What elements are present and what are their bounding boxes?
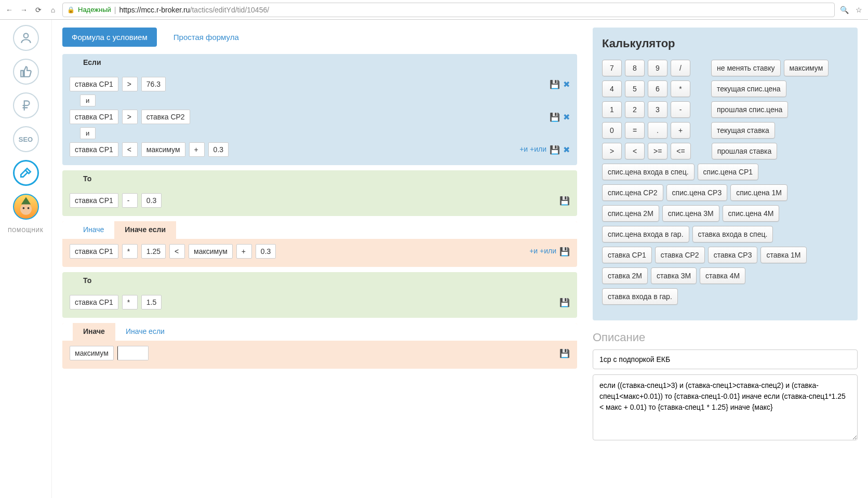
calc-var-button[interactable]: прошлая ставка [712,143,778,159]
calc-var-button[interactable]: спис.цена 1М [730,184,787,201]
back-icon[interactable]: ← [4,5,15,15]
calc-var-button[interactable]: ставка СР2 [655,247,705,263]
field-operator[interactable]: > [122,77,138,91]
calc-var-button[interactable]: спис.цена 3М [662,205,719,222]
save-icon[interactable]: 💾 [559,298,570,307]
elseif-tab[interactable]: Иначе если [115,323,175,341]
calc-var-button[interactable]: ставка 3М [651,267,697,284]
calc-key[interactable]: 7 [602,60,622,76]
star-icon[interactable]: ☆ [853,5,864,15]
calc-var-button[interactable]: спис.цена входа в спец. [602,164,695,180]
save-icon[interactable]: 💾 [550,79,560,89]
field-operator[interactable]: - [122,193,138,208]
calc-var-button[interactable]: спис.цена 4М [723,205,780,222]
field-value[interactable]: 1.25 [141,244,166,259]
forward-icon[interactable]: → [19,5,29,15]
field-operator[interactable]: < [122,142,138,157]
thumbs-up-icon[interactable] [13,59,39,85]
field-operand[interactable]: максимум [141,142,185,157]
calc-var-button[interactable]: спис.цена 2М [602,205,659,222]
calc-var-button[interactable]: прошлая спис.цена [711,101,788,118]
calc-key[interactable]: 0 [602,122,622,139]
field-operand[interactable]: максимум [189,244,233,259]
field-operand[interactable]: ставка СР2 [141,110,190,124]
calc-key[interactable]: 3 [648,101,667,118]
field-operator[interactable]: + [189,142,205,157]
calc-key[interactable]: . [648,122,667,139]
tab-simple-formula[interactable]: Простая формула [164,28,248,47]
calc-key[interactable]: 4 [602,80,622,97]
add-and-or-link[interactable]: +и +или [519,145,546,155]
url-bar[interactable]: 🔒 Надежный | https://mcc.r-broker.ru/tac… [62,3,835,17]
calc-var-button[interactable]: спис.цена входа в гар. [602,226,689,243]
calc-key[interactable]: 1 [602,101,622,118]
user-icon[interactable] [13,25,39,51]
helper-avatar[interactable] [13,194,39,220]
calc-var-button[interactable]: не менять ставку [711,60,781,76]
save-icon[interactable]: 💾 [559,348,570,358]
field-operand[interactable]: максимум [70,346,114,360]
field-operator[interactable]: < [169,244,185,259]
description-input[interactable] [593,349,858,369]
seo-icon[interactable]: SEO [13,126,39,152]
connector-and[interactable]: и [80,95,96,106]
save-icon[interactable]: 💾 [559,196,570,206]
hammer-icon[interactable] [13,160,39,186]
calc-var-button[interactable]: текущая ставка [711,122,775,139]
calc-var-button[interactable]: спис.цена СР2 [602,184,663,201]
calc-var-button[interactable]: текущая спис.цена [711,80,786,97]
calc-var-button[interactable]: спис.цена СР3 [666,184,728,201]
field-operand[interactable]: ставка СР1 [70,295,118,309]
field-operator[interactable]: + [236,244,252,259]
calc-var-button[interactable]: ставка 1М [760,247,806,263]
calc-key[interactable]: 5 [625,80,645,97]
calc-key[interactable]: 9 [648,60,667,76]
field-value[interactable]: 1.5 [141,295,162,309]
cursor-field[interactable] [117,346,149,360]
calc-var-button[interactable]: ставка СР1 [602,247,652,263]
ruble-icon[interactable] [13,92,39,118]
calc-key[interactable]: <= [671,143,690,159]
else-tab[interactable]: Иначе [73,323,115,341]
calc-key[interactable]: > [602,143,622,159]
field-operand[interactable]: ставка СР1 [70,142,118,157]
calc-var-button[interactable]: спис.цена СР1 [698,164,759,180]
calc-key[interactable]: + [671,122,690,139]
zoom-icon[interactable]: 🔍 [839,5,849,15]
calc-key[interactable]: * [671,80,690,97]
calc-var-button[interactable]: ставка 2М [602,267,648,284]
delete-icon[interactable]: ✖ [563,145,570,155]
description-textarea[interactable] [593,374,858,440]
save-icon[interactable]: 💾 [559,247,570,257]
add-and-or-link[interactable]: +и +или [529,247,556,257]
tab-conditional-formula[interactable]: Формула с условием [62,28,157,47]
field-operator[interactable]: * [122,244,138,259]
elseif-tab[interactable]: Иначе если [114,221,176,239]
calc-var-button[interactable]: максимум [784,60,829,76]
field-operator[interactable]: * [122,295,138,309]
field-operand[interactable]: ставка СР1 [70,110,118,124]
field-operand[interactable]: ставка СР1 [70,193,118,208]
delete-icon[interactable]: ✖ [563,112,570,122]
delete-icon[interactable]: ✖ [563,79,570,89]
field-operand[interactable]: ставка СР1 [70,77,118,91]
field-value[interactable]: 0.3 [208,142,229,157]
home-icon[interactable]: ⌂ [48,5,58,15]
reload-icon[interactable]: ⟳ [33,5,44,15]
calc-key[interactable]: = [625,122,645,139]
calc-key[interactable]: < [625,143,645,159]
connector-and[interactable]: и [80,127,96,139]
calc-var-button[interactable]: ставка 4М [700,267,745,284]
calc-key[interactable]: 6 [648,80,667,97]
field-value[interactable]: 76.3 [141,77,166,91]
calc-var-button[interactable]: ставка СР3 [708,247,758,263]
calc-key[interactable]: - [671,101,690,118]
calc-key[interactable]: >= [648,143,667,159]
save-icon[interactable]: 💾 [550,145,560,155]
calc-key[interactable]: 8 [625,60,645,76]
field-operand[interactable]: ставка СР1 [70,244,118,259]
calc-key[interactable]: / [671,60,690,76]
calc-var-button[interactable]: ставка входа в спец. [692,226,773,243]
calc-key[interactable]: 2 [625,101,645,118]
save-icon[interactable]: 💾 [550,112,560,122]
